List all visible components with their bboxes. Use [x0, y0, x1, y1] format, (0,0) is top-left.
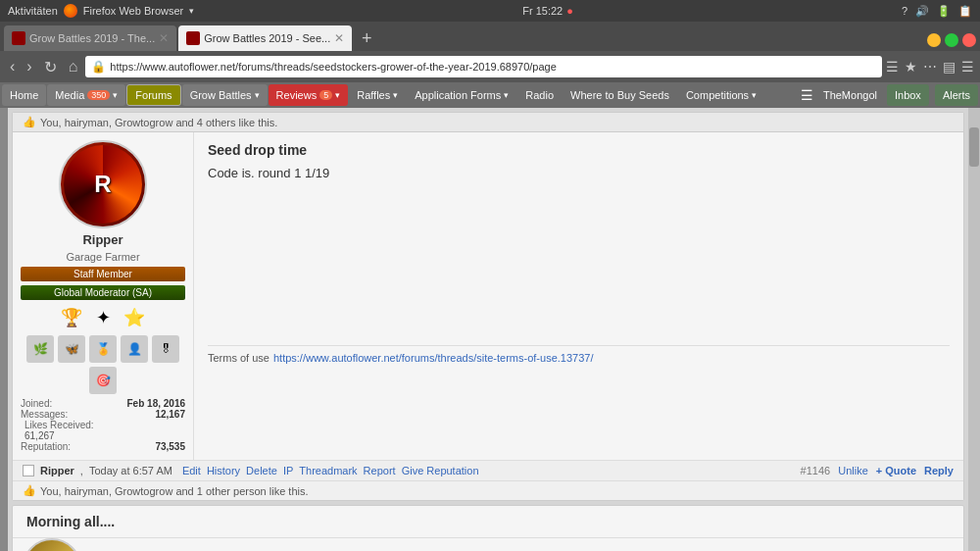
user-title: Garage Farmer: [66, 251, 139, 263]
badge-ribbon: 🎖: [152, 335, 179, 363]
more-icon[interactable]: ☰: [961, 59, 974, 75]
post-footer-right: #1146 Unlike + Quote Reply: [801, 465, 954, 476]
window-controls: [927, 33, 976, 51]
avatar-container: R: [59, 140, 147, 228]
list-icon[interactable]: ☰: [801, 87, 813, 103]
post1-text: Code is. round 1 1/19: [208, 166, 950, 180]
menu-icon[interactable]: ☰: [886, 59, 899, 75]
dropdown-arrow[interactable]: ▾: [189, 6, 194, 16]
nav-raffles[interactable]: Raffles ▾: [349, 84, 406, 106]
nav-where-to-buy[interactable]: Where to Buy Seeds: [563, 84, 677, 106]
badges-row-2: 🌿 🦋 🏅 👤 🎖 🎯: [21, 335, 185, 394]
where-to-buy-label: Where to Buy Seeds: [570, 89, 669, 101]
nav-media[interactable]: Media 350 ▾: [47, 84, 125, 106]
reputation-label: Reputation:: [21, 441, 71, 452]
extensions-icon[interactable]: ⋯: [923, 59, 937, 75]
threadmark-link[interactable]: Threadmark: [299, 465, 357, 476]
os-bar-left: Aktivitäten Firefox Web Browser ▾: [8, 4, 194, 18]
edit-link[interactable]: Edit: [182, 465, 201, 476]
grow-battles-arrow: ▾: [255, 90, 260, 100]
inbox-label: Inbox: [895, 89, 921, 101]
nav-forums[interactable]: Forums: [126, 84, 180, 106]
scrollbar-thumb[interactable]: [969, 127, 979, 167]
reply-button[interactable]: Reply: [924, 465, 954, 476]
media-arrow: ▾: [113, 90, 118, 100]
firefox-icon: [64, 4, 77, 18]
thumb-up-icon-2: 👍: [23, 484, 36, 497]
post1-bottom-likes-text: You, hairyman, Growtogrow and 1 other pe…: [40, 485, 309, 497]
media-label: Media: [55, 89, 84, 101]
gold-star-icon: ⭐: [121, 304, 148, 331]
close-button[interactable]: [962, 33, 976, 47]
post1-footer: Ripper , Today at 6:57 AM Edit History D…: [13, 460, 963, 480]
delete-link[interactable]: Delete: [246, 465, 277, 476]
minimize-button[interactable]: [927, 33, 941, 47]
nav-home[interactable]: Home: [2, 84, 46, 106]
terms-link[interactable]: https://www.autoflower.net/forums/thread…: [273, 352, 593, 364]
post2-avatar-container: [13, 538, 91, 551]
report-link[interactable]: Report: [364, 465, 396, 476]
post1-top-likes: 👍 You, hairyman, Growtogrow and 4 others…: [13, 113, 963, 132]
tab-1[interactable]: Grow Battles 2019 - The... ✕: [4, 25, 176, 51]
history-link[interactable]: History: [207, 465, 240, 476]
scrollbar[interactable]: [968, 108, 980, 551]
address-text: https://www.autoflower.net/forums/thread…: [110, 61, 876, 73]
tab-2-close[interactable]: ✕: [334, 31, 344, 45]
comp-arrow: ▾: [752, 90, 757, 100]
badge-extra: 🎯: [89, 367, 117, 394]
nav-radio[interactable]: Radio: [517, 84, 562, 106]
post2-avatar: [23, 538, 81, 551]
reviews-badge: 5: [319, 90, 332, 100]
competitions-label: Competitions: [686, 89, 749, 101]
reload-button[interactable]: ↻: [40, 56, 61, 78]
sidebar-icon[interactable]: ▤: [943, 59, 956, 75]
battery-icon: 🔋: [937, 5, 951, 18]
tab-1-favicon: [12, 31, 25, 45]
browser-label[interactable]: Firefox Web Browser: [83, 5, 184, 17]
post1-content: Seed drop time Code is. round 1 1/19 Ter…: [194, 132, 963, 460]
user-panel: R Ripper Garage Farmer Staff Member Glob…: [13, 132, 194, 460]
grow-battles-label: Grow Battles: [190, 89, 252, 101]
terms-bar: Terms of use https://www.autoflower.net/…: [208, 345, 950, 370]
nav-application-forms[interactable]: Application Forms ▾: [407, 84, 516, 106]
give-rep-link[interactable]: Give Reputation: [402, 465, 479, 476]
nav-grow-battles[interactable]: Grow Battles ▾: [182, 84, 268, 106]
raffles-arrow: ▾: [393, 90, 398, 100]
tab-1-close[interactable]: ✕: [159, 31, 169, 45]
maximize-button[interactable]: [945, 33, 958, 47]
joined-label: Joined:: [21, 398, 52, 409]
ip-link[interactable]: IP: [283, 465, 293, 476]
media-badge: 350: [87, 90, 110, 100]
post-footer-actions: Edit History Delete IP Threadmark Report…: [182, 465, 479, 476]
badge-user: 👤: [121, 335, 148, 363]
back-button[interactable]: ‹: [6, 56, 19, 77]
volume-icon[interactable]: 🔊: [915, 5, 929, 18]
new-tab-button[interactable]: +: [354, 25, 379, 51]
nav-inbox[interactable]: Inbox: [887, 84, 929, 106]
os-time: Fr 15:22 ●: [522, 5, 573, 17]
nav-user[interactable]: TheMongol: [819, 89, 881, 101]
browser-chrome: Grow Battles 2019 - The... ✕ Grow Battle…: [0, 22, 980, 82]
unlike-button[interactable]: Unlike: [838, 465, 868, 476]
content-area: 👍 You, hairyman, Growtogrow and 4 others…: [8, 108, 968, 551]
post-number: #1146: [801, 465, 831, 476]
badge-plant: 🌿: [26, 335, 54, 363]
nav-alerts[interactable]: Alerts: [935, 84, 978, 106]
activities-label[interactable]: Aktivitäten: [8, 5, 58, 17]
stat-reputation: Reputation: 73,535: [21, 441, 185, 452]
home-nav-button[interactable]: ⌂: [65, 56, 82, 77]
bookmarks-icon[interactable]: ★: [905, 59, 917, 75]
tab-2[interactable]: Grow Battles 2019 - See... ✕: [178, 25, 352, 51]
post1-bottom-likes: 👍 You, hairyman, Growtogrow and 1 other …: [13, 480, 963, 500]
username[interactable]: Ripper: [82, 232, 122, 247]
lock-icon: 🔒: [91, 60, 106, 74]
nav-competitions[interactable]: Competitions ▾: [678, 84, 764, 106]
avatar: R: [64, 145, 142, 224]
forward-button[interactable]: ›: [23, 56, 35, 77]
post-checkbox[interactable]: [23, 465, 34, 476]
quote-button[interactable]: + Quote: [876, 465, 916, 476]
radio-label: Radio: [525, 89, 554, 101]
nav-reviews[interactable]: Reviews 5 ▾: [269, 84, 349, 106]
address-bar[interactable]: 🔒 https://www.autoflower.net/forums/thre…: [85, 56, 882, 77]
tab-1-label: Grow Battles 2019 - The...: [29, 32, 155, 44]
